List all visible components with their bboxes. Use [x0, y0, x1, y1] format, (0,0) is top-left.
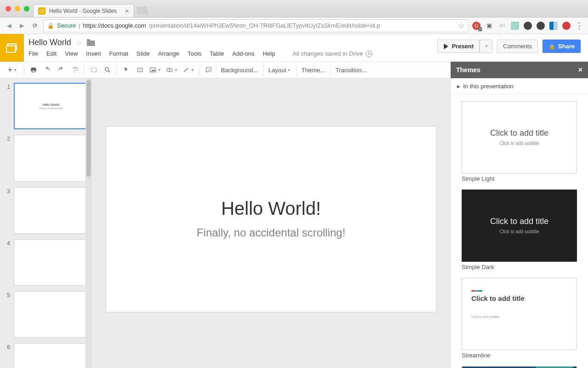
reload-button[interactable]: ⟳ — [30, 21, 40, 30]
menu-table[interactable]: Table — [210, 50, 224, 57]
layout-button[interactable]: Layout ▼ — [263, 63, 295, 76]
comment-icon[interactable]: + — [202, 63, 215, 76]
menu-view[interactable]: View — [65, 50, 78, 57]
thumbnail-2[interactable] — [14, 135, 88, 181]
theme-focus[interactable]: Click to add title — [462, 366, 577, 368]
textbox-icon[interactable]: T — [134, 63, 147, 76]
extension-icon[interactable] — [562, 22, 571, 30]
extension-icon[interactable]: (≡) — [498, 22, 506, 30]
folder-icon[interactable] — [87, 39, 95, 46]
shape-icon[interactable]: ▼ — [164, 63, 180, 76]
comments-button[interactable]: Comments — [497, 40, 538, 53]
menu-tools[interactable]: Tools — [187, 50, 201, 57]
svg-line-6 — [108, 71, 110, 72]
menu-bar: File Edit View Insert Format Slide Arran… — [28, 47, 433, 57]
forward-button: ▶ — [17, 21, 27, 30]
star-icon[interactable]: ☆ — [76, 38, 82, 47]
svg-point-5 — [105, 68, 109, 71]
background-button[interactable]: Background... — [216, 63, 262, 76]
close-panel-icon[interactable]: × — [578, 66, 582, 74]
url-path: /presentation/d/14wWHPh3Ew5Nntn_OH-7R8lF… — [149, 22, 380, 29]
theme-simple-light[interactable]: Click to add titleClick to add subtitle … — [462, 101, 577, 182]
document-title[interactable]: Hello World — [28, 38, 71, 47]
redo-icon[interactable] — [55, 63, 68, 76]
zoom-fit-icon[interactable] — [87, 63, 100, 76]
present-dropdown[interactable]: ▼ — [480, 40, 492, 53]
menu-file[interactable]: File — [28, 50, 38, 57]
browser-tab[interactable]: Hello World - Google Slides × — [33, 4, 134, 17]
theme-simple-dark[interactable]: Click to add titleClick to add subtitle … — [462, 190, 577, 270]
theme-streamline[interactable]: Click to add titleClick to add subtitle … — [462, 278, 577, 359]
extension-icon[interactable]: ▣ — [485, 22, 493, 30]
bookmark-star-icon[interactable]: ☆ — [458, 21, 464, 30]
menu-addons[interactable]: Add-ons — [232, 50, 254, 57]
menu-format[interactable]: Format — [109, 50, 128, 57]
slide-thumbnails[interactable]: 1Hello World!Finally, no accidental scro… — [0, 78, 92, 368]
menu-help[interactable]: Help — [263, 50, 275, 57]
new-slide-button[interactable]: +▼ — [4, 63, 21, 76]
share-button[interactable]: 🔒 Share — [543, 40, 581, 53]
tab-title: Hello World - Google Slides — [49, 8, 117, 14]
menu-arrange[interactable]: Arrange — [158, 50, 179, 57]
close-tab-icon[interactable]: × — [125, 7, 129, 15]
themes-panel-header: Themes × — [451, 62, 588, 78]
line-icon[interactable]: ▼ — [181, 63, 196, 76]
thumbnail-5[interactable] — [14, 291, 88, 338]
back-button[interactable]: ◀ — [5, 21, 14, 30]
svg-text:+: + — [208, 68, 210, 71]
extension-icon[interactable] — [549, 22, 558, 30]
print-icon[interactable] — [27, 63, 40, 76]
menu-slide[interactable]: Slide — [136, 50, 150, 57]
maximize-window-icon[interactable] — [24, 6, 29, 12]
address-bar[interactable]: 🔒 Secure | https://docs.google.com/prese… — [43, 19, 469, 32]
workspace: 1Hello World!Finally, no accidental scro… — [0, 78, 588, 368]
save-status[interactable]: All changes saved in Drive — [293, 50, 372, 57]
thumbnail-6[interactable] — [14, 343, 88, 368]
svg-rect-0 — [40, 10, 44, 12]
svg-line-13 — [184, 68, 188, 72]
slide-canvas-area[interactable]: Hello World! Finally, no accidental scro… — [92, 78, 450, 368]
new-tab-button[interactable] — [136, 6, 150, 15]
history-icon — [366, 51, 372, 57]
minimize-window-icon[interactable] — [15, 6, 20, 12]
secure-label: Secure — [57, 22, 76, 29]
window-controls — [4, 6, 33, 17]
svg-rect-12 — [169, 69, 172, 71]
thumbnail-4[interactable] — [14, 239, 88, 286]
chevron-right-icon: ▸ — [457, 83, 460, 90]
extensions: G ▣ (≡) ⋮ — [472, 22, 583, 30]
transition-button[interactable]: Transition... — [330, 63, 371, 76]
extension-icon[interactable]: G — [472, 22, 481, 30]
themes-list[interactable]: Click to add titleClick to add subtitle … — [451, 95, 588, 368]
slides-logo[interactable] — [0, 34, 24, 62]
paint-format-icon[interactable] — [68, 63, 81, 76]
svg-rect-2 — [6, 46, 16, 52]
extension-icon[interactable] — [537, 22, 545, 30]
menu-insert[interactable]: Insert — [86, 50, 101, 57]
slide-canvas[interactable]: Hello World! Finally, no accidental scro… — [106, 126, 436, 312]
undo-icon[interactable] — [41, 63, 54, 76]
slides-header: Hello World ☆ File Edit View Insert Form… — [0, 34, 588, 62]
thumbnail-1[interactable]: Hello World!Finally, no accidental scrol… — [14, 83, 88, 129]
thumbnail-3[interactable] — [14, 187, 88, 234]
zoom-icon[interactable] — [101, 63, 114, 76]
theme-button[interactable]: Theme... — [296, 63, 329, 76]
extension-icon[interactable] — [524, 22, 532, 30]
chrome-menu-icon[interactable]: ⋮ — [575, 22, 583, 30]
svg-rect-9 — [150, 68, 156, 72]
slide-title[interactable]: Hello World! — [221, 198, 321, 219]
browser-tab-strip: Hello World - Google Slides × — [0, 0, 588, 17]
extension-icon[interactable] — [511, 22, 519, 30]
select-tool-icon[interactable] — [120, 63, 133, 76]
themes-section-toggle[interactable]: ▸ In this presentation — [451, 78, 588, 95]
present-button[interactable]: Present — [437, 40, 480, 53]
close-window-icon[interactable] — [6, 6, 11, 12]
svg-marker-10 — [151, 69, 155, 71]
slide-subtitle[interactable]: Finally, no accidental scrolling! — [197, 226, 345, 239]
svg-text:T: T — [139, 69, 141, 72]
lock-icon: 🔒 — [47, 23, 54, 29]
image-icon[interactable]: ▼ — [147, 63, 163, 76]
thumbnails-scrollbar[interactable] — [85, 78, 92, 368]
slides-favicon — [38, 7, 45, 15]
menu-edit[interactable]: Edit — [46, 50, 57, 57]
